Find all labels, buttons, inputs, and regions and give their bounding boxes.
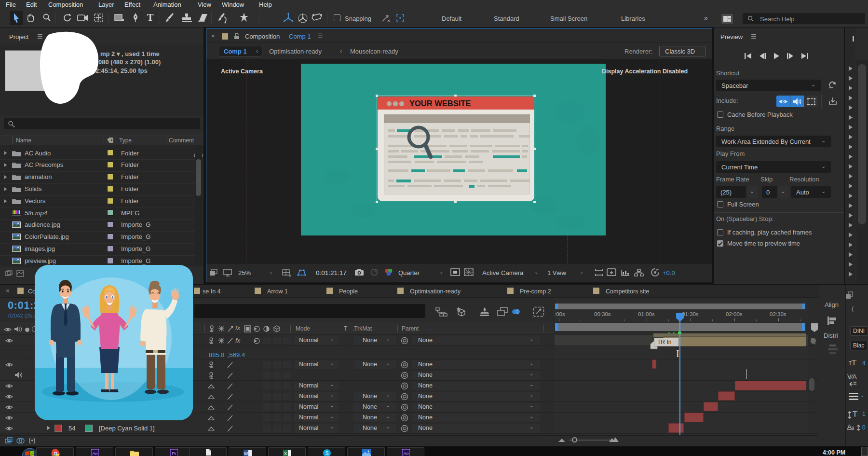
svg-text:Pr: Pr: [172, 451, 176, 456]
svg-text:W: W: [244, 451, 248, 456]
svg-text:Ae: Ae: [92, 451, 97, 456]
svg-text:S: S: [326, 451, 329, 456]
svg-text:X: X: [284, 451, 287, 456]
svg-text:Ae: Ae: [403, 451, 408, 456]
